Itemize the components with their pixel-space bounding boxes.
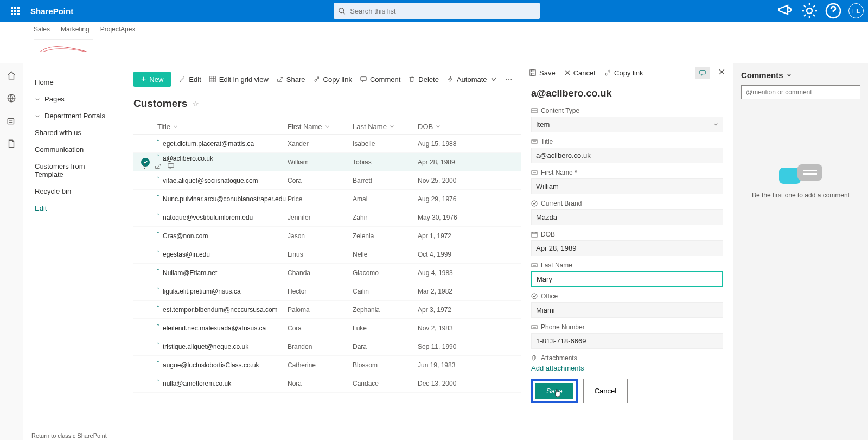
search-box[interactable] [334, 3, 540, 19]
svg-point-16 [510, 79, 512, 80]
col-header-first-name[interactable]: First Name [288, 123, 353, 131]
row-first-name: Brandon [288, 343, 353, 350]
phone-field[interactable]: 1-813-718-6669 [531, 333, 723, 349]
comments-empty-icon [741, 164, 860, 184]
comments-header[interactable]: Comments [741, 71, 860, 80]
app-launcher-icon[interactable] [4, 0, 26, 22]
help-icon[interactable] [825, 2, 842, 20]
last-name-field[interactable]: Mary [531, 271, 723, 287]
field-label: Attachments [531, 354, 723, 362]
nav-item[interactable]: Shared with us [23, 124, 120, 141]
row-first-name: Linus [288, 251, 353, 258]
copy-link-button[interactable]: Copy link [313, 75, 352, 84]
title-field[interactable]: a@aclibero.co.uk [531, 148, 723, 163]
row-dob: Nov 2, 1983 [418, 324, 483, 332]
row-last-name: Zephania [353, 306, 418, 314]
comments-pane: Comments Be the first one to add a comme… [733, 63, 868, 440]
row-title: nulla@ametlorem.co.uk [163, 380, 231, 387]
office-field[interactable]: Miami [531, 302, 723, 318]
automate-button[interactable]: Automate [446, 75, 497, 84]
nav-item[interactable]: Pages [23, 91, 120, 107]
gear-icon[interactable] [801, 2, 818, 20]
nav-item[interactable]: Communication [23, 141, 120, 158]
row-first-name: Chanda [288, 269, 353, 277]
hub-link[interactable]: ProjectApex [100, 25, 136, 33]
favorite-star-icon[interactable]: ☆ [193, 100, 199, 108]
row-dob: May 30, 1976 [418, 214, 483, 221]
avatar[interactable]: HL [848, 3, 864, 18]
classic-link[interactable]: Return to classic SharePoint [31, 432, 107, 439]
current-brand-field[interactable]: Mazda [531, 209, 723, 225]
row-dob: Aug 15, 1988 [418, 140, 483, 148]
row-dob: Mar 2, 1982 [418, 288, 483, 295]
panel-copy-link-button[interactable]: Copy link [604, 69, 643, 77]
row-title: ligula.elit.pretium@risus.ca [163, 288, 241, 295]
search-icon [338, 7, 346, 15]
row-last-name: Amal [353, 195, 418, 203]
row-title: egestas@in.edu [163, 251, 210, 258]
add-attachments-link[interactable]: Add attachments [531, 364, 723, 372]
svg-point-42 [532, 294, 537, 299]
file-icon[interactable] [7, 139, 16, 149]
overflow-button[interactable] [505, 75, 513, 83]
svg-rect-29 [532, 109, 537, 113]
field-label: Title [531, 138, 723, 145]
nav-item[interactable]: Department Portals [23, 107, 120, 124]
row-first-name: Nora [288, 380, 353, 387]
edit-panel: Save Cancel Copy link a@aclibero.co.uk C… [521, 63, 868, 440]
row-dob: Nov 25, 2000 [418, 177, 483, 184]
row-last-name: Cailin [353, 288, 418, 295]
col-header-last-name[interactable]: Last Name [353, 123, 418, 131]
nav-item[interactable]: Recycle bin [23, 183, 120, 200]
megaphone-icon[interactable] [777, 2, 794, 20]
comment-button[interactable]: Comment [360, 75, 400, 84]
delete-button[interactable]: Delete [408, 75, 439, 84]
dob-field[interactable]: Apr 28, 1989 [531, 240, 723, 256]
hub-link[interactable]: Marketing [61, 25, 90, 33]
edit-button[interactable]: Edit [178, 75, 201, 84]
panel-cancel-button[interactable]: Cancel [564, 69, 595, 77]
row-last-name: Dara [353, 343, 418, 350]
field-label: Last Name [531, 262, 723, 269]
car-outline-icon [37, 44, 90, 54]
share-button[interactable]: Share [276, 75, 305, 84]
hub-link[interactable]: Sales [34, 25, 50, 33]
panel-command-bar: Save Cancel Copy link [521, 63, 733, 82]
share-icon[interactable] [154, 162, 162, 170]
panel-save-button[interactable]: Save [529, 69, 556, 77]
nav-item[interactable]: Edit [23, 200, 120, 216]
col-header-title[interactable]: Title [157, 123, 288, 131]
nav-item[interactable]: Home [23, 74, 120, 91]
site-logo[interactable] [34, 39, 93, 56]
first-name-field[interactable]: William [531, 178, 723, 194]
new-button[interactable]: +New [133, 72, 171, 87]
comment-input[interactable] [741, 85, 860, 99]
grid-view-button[interactable]: Edit in grid view [209, 75, 269, 84]
cancel-button[interactable]: Cancel [583, 379, 628, 403]
content-type-select[interactable]: Item [531, 117, 723, 132]
site-logo-row [0, 37, 868, 63]
chevron-down-icon [35, 97, 40, 102]
news-icon[interactable] [7, 116, 16, 126]
nav-item[interactable]: Customers from Template [23, 158, 120, 183]
globe-icon[interactable] [7, 93, 16, 103]
search-input[interactable] [350, 7, 535, 15]
row-first-name: Jason [288, 232, 353, 240]
comment-icon[interactable] [167, 162, 175, 170]
svg-point-14 [506, 79, 507, 80]
row-title: augue@luctuslobortisClass.co.uk [163, 361, 259, 369]
row-dob: Dec 13, 2000 [418, 380, 483, 387]
row-dob: Apr 3, 1972 [418, 306, 483, 314]
svg-point-15 [508, 79, 509, 80]
home-icon[interactable] [7, 71, 16, 80]
panel-comments-toggle[interactable] [695, 67, 710, 79]
col-header-dob[interactable]: DOB [418, 123, 483, 131]
more-icon[interactable] [141, 162, 149, 170]
close-icon[interactable] [718, 68, 725, 77]
row-first-name: William [288, 158, 353, 166]
row-first-name: Paloma [288, 306, 353, 314]
row-title: Nullam@Etiam.net [163, 269, 217, 277]
row-dob: Apr 1, 1972 [418, 232, 483, 240]
save-button[interactable]: Save [535, 383, 573, 399]
row-title: Nunc.pulvinar.arcu@conubianostraper.edu [163, 195, 286, 203]
